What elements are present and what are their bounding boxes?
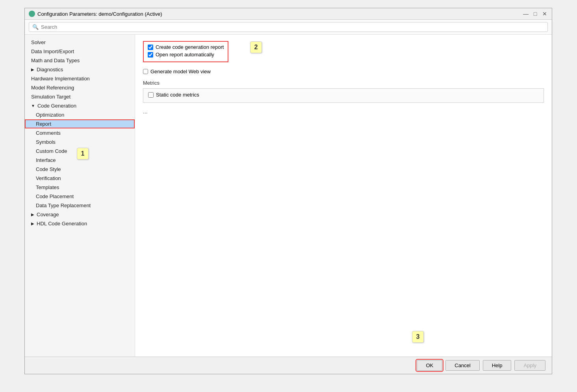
title-bar: Configuration Parameters: demo/Configura… bbox=[25, 8, 552, 20]
apply-button[interactable]: Apply bbox=[514, 360, 545, 371]
open-report-row: Open report automatically bbox=[148, 52, 224, 58]
search-input[interactable] bbox=[41, 24, 544, 30]
footer: OK Cancel Help Apply bbox=[25, 357, 552, 374]
sidebar-label-data-import-export: Data Import/Export bbox=[31, 48, 74, 54]
static-metrics-label: Static code metrics bbox=[156, 92, 199, 98]
minimize-button[interactable]: — bbox=[523, 11, 529, 17]
sidebar-label-diagnostics: Diagnostics bbox=[37, 67, 63, 72]
content-area: Create code generation report Open repor… bbox=[135, 35, 552, 357]
generate-web-label: Generate model Web view bbox=[150, 69, 211, 74]
report-options-box: Create code generation report Open repor… bbox=[143, 41, 228, 62]
main-area: SolverData Import/ExportMath and Data Ty… bbox=[25, 35, 552, 357]
create-report-row: Create code generation report bbox=[148, 44, 224, 50]
sidebar-item-solver[interactable]: Solver bbox=[25, 38, 135, 47]
sidebar-label-math-data-types: Math and Data Types bbox=[31, 58, 80, 63]
window-controls: — □ ✕ bbox=[523, 11, 548, 17]
sidebar-item-verification[interactable]: Verification bbox=[25, 174, 135, 183]
sidebar-label-templates: Templates bbox=[36, 184, 59, 190]
sidebar-item-hdl-code-generation[interactable]: ▶HDL Code Generation bbox=[25, 219, 135, 228]
sidebar-item-hardware-impl[interactable]: Hardware Implementation bbox=[25, 74, 135, 83]
sidebar-item-optimization[interactable]: Optimization bbox=[25, 110, 135, 119]
ok-button[interactable]: OK bbox=[417, 360, 442, 371]
generate-web-row: Generate model Web view bbox=[143, 69, 544, 74]
search-wrapper: 🔍 bbox=[29, 22, 548, 32]
annotation-badge-1: 1 bbox=[77, 148, 89, 160]
sidebar-label-code-generation: Code Generation bbox=[37, 103, 76, 109]
sidebar-label-code-placement: Code Placement bbox=[36, 193, 74, 199]
open-report-label: Open report automatically bbox=[156, 52, 214, 58]
sidebar-item-symbols[interactable]: Symbols bbox=[25, 137, 135, 147]
metrics-section: Metrics Static code metrics bbox=[143, 80, 544, 103]
sidebar-item-code-style[interactable]: Code Style bbox=[25, 165, 135, 174]
sidebar-item-coverage[interactable]: ▶Coverage bbox=[25, 210, 135, 219]
expand-icon-code-generation: ▼ bbox=[31, 104, 35, 108]
sidebar-label-data-type-replacement: Data Type Replacement bbox=[36, 203, 91, 208]
ellipsis-text: ... bbox=[143, 108, 544, 115]
sidebar-label-model-referencing: Model Referencing bbox=[31, 85, 74, 91]
maximize-button[interactable]: □ bbox=[532, 11, 538, 17]
generate-web-checkbox[interactable] bbox=[143, 69, 148, 74]
sidebar-label-code-style: Code Style bbox=[36, 166, 61, 172]
sidebar-label-hardware-impl: Hardware Implementation bbox=[31, 76, 90, 82]
main-window: Configuration Parameters: demo/Configura… bbox=[24, 8, 552, 374]
expand-icon-hdl-code-generation: ▶ bbox=[31, 221, 34, 226]
sidebar-label-optimization: Optimization bbox=[36, 112, 64, 118]
static-metrics-row: Static code metrics bbox=[148, 92, 539, 98]
annotation-badge-2: 2 bbox=[250, 41, 262, 53]
sidebar-item-data-type-replacement[interactable]: Data Type Replacement bbox=[25, 201, 135, 210]
sidebar-item-code-placement[interactable]: Code Placement bbox=[25, 192, 135, 201]
sidebar-item-math-data-types[interactable]: Math and Data Types bbox=[25, 56, 135, 65]
sidebar-item-comments[interactable]: Comments bbox=[25, 128, 135, 137]
sidebar-label-hdl-code-generation: HDL Code Generation bbox=[37, 221, 87, 227]
window-title: Configuration Parameters: demo/Configura… bbox=[37, 11, 162, 17]
sidebar-label-solver: Solver bbox=[31, 39, 46, 45]
expand-icon-coverage: ▶ bbox=[31, 212, 34, 217]
sidebar-label-custom-code: Custom Code bbox=[36, 148, 67, 154]
open-report-checkbox[interactable] bbox=[148, 52, 153, 58]
expand-icon-diagnostics: ▶ bbox=[31, 67, 34, 72]
sidebar: SolverData Import/ExportMath and Data Ty… bbox=[25, 35, 135, 357]
sidebar-label-comments: Comments bbox=[36, 130, 61, 136]
help-button[interactable]: Help bbox=[483, 360, 512, 371]
sidebar-item-simulation-target[interactable]: Simulation Target bbox=[25, 92, 135, 101]
search-bar: 🔍 bbox=[25, 20, 552, 35]
sidebar-label-interface: Interface bbox=[36, 157, 56, 163]
create-report-label: Create code generation report bbox=[156, 44, 224, 50]
sidebar-item-templates[interactable]: Templates bbox=[25, 183, 135, 192]
sidebar-item-code-generation[interactable]: ▼Code Generation bbox=[25, 101, 135, 110]
search-icon: 🔍 bbox=[32, 24, 39, 30]
metrics-header: Metrics bbox=[143, 80, 544, 86]
sidebar-label-simulation-target: Simulation Target bbox=[31, 94, 71, 100]
annotation-badge-3: 3 bbox=[412, 331, 424, 343]
sidebar-label-symbols: Symbols bbox=[36, 139, 56, 145]
cancel-button[interactable]: Cancel bbox=[445, 360, 479, 371]
create-report-checkbox[interactable] bbox=[148, 45, 153, 50]
close-button[interactable]: ✕ bbox=[542, 11, 548, 17]
sidebar-item-model-referencing[interactable]: Model Referencing bbox=[25, 83, 135, 92]
sidebar-item-data-import-export[interactable]: Data Import/Export bbox=[25, 47, 135, 56]
sidebar-label-coverage: Coverage bbox=[37, 212, 59, 217]
metrics-box: Static code metrics bbox=[143, 88, 544, 103]
sidebar-item-report[interactable]: Report bbox=[25, 119, 135, 128]
sidebar-item-diagnostics[interactable]: ▶Diagnostics bbox=[25, 65, 135, 74]
sidebar-label-report: Report bbox=[36, 121, 51, 127]
sidebar-label-verification: Verification bbox=[36, 175, 61, 181]
app-icon bbox=[29, 11, 35, 17]
static-metrics-checkbox[interactable] bbox=[148, 92, 154, 98]
